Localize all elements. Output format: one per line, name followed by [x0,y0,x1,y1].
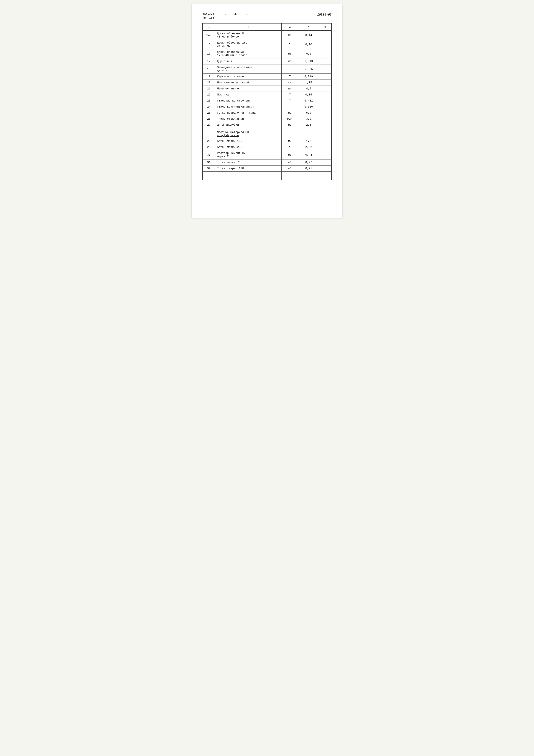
row-val: 2,5 [298,122,319,128]
row-num: 22 [203,92,215,98]
row-val: 4,0 [298,86,319,92]
row-col5 [319,40,332,49]
row-col5 [319,74,332,80]
row-unit: Т [282,65,298,74]
row-val: 0,026 [298,104,319,110]
header-right: 10814-03 [317,13,332,16]
row-col5 [319,49,332,58]
row-desc: Стальные конструкции [215,98,281,104]
row-desc: Сетка проволочная тканая [215,110,281,116]
row-desc: То же, марки 100 [215,166,281,172]
row-extra-section [319,128,332,138]
row-num: 23 [203,98,215,104]
row-col5 [319,104,332,110]
row-val: 5,9 [298,110,319,116]
table-header-row: 1 2 3 4 5 [203,23,332,31]
table-row: 15 Доски обрезные 1Ус25-32 мм " 0,10 [203,40,332,49]
row-desc: Каркасы стальные [215,74,281,80]
table-row: 14. Доски обрезные Ш с40 мм и более м3 0… [203,31,332,40]
row-col5 [319,80,332,86]
row-unit: " [282,144,298,150]
row-num: 15 [203,40,215,49]
row-desc: Бетон марки 100 [215,138,281,144]
row-desc: Мастика [215,92,281,98]
row-col5 [319,92,332,98]
row-col5 [319,138,332,144]
table-row: 32 То же, марки 100 м3 0,21 [203,166,332,172]
table-row: 21 Люки чугунные шт 4,0 [203,86,332,92]
table-row: 16 Доски необрезные1У с 40 мм и более м3… [203,49,332,58]
row-num: 25 [203,110,215,116]
row-unit: м3 [282,31,298,40]
row-val: 0,21 [298,166,319,172]
row-col5 [319,110,332,116]
row-num: 28 [203,138,215,144]
table-row: 31 То же марки 75 м3 0,27 [203,159,332,166]
row-val: 0,319 [298,74,319,80]
page-header: 903-4-11 - 44 - тип 1(З) 10814-03 [202,13,332,19]
col-header-1: 1 [203,23,215,31]
row-val: 1,05 [298,80,319,86]
table-row: 29 Бетон марки 200 " 2,22 [203,144,332,150]
row-val: 2,22 [298,144,319,150]
row-num: 21 [203,86,215,92]
row-desc: Доски необрезные1У с 40 мм и более [215,49,281,58]
header-code-line1: 903-4-11 - 44 - [202,13,248,16]
table-row: 28 Бетон марки 100 м3 1,2 [203,138,332,144]
row-unit: м3 [282,49,298,58]
row-unit: м3 [282,166,298,172]
row-val: 0,431 [298,98,319,104]
row-num: 27 [203,122,215,128]
row-col5 [319,98,332,104]
row-desc: Ткань стеклянная [215,116,281,122]
row-val: 0,10 [298,40,319,49]
row-col5 [319,144,332,150]
row-val: 0,013 [298,58,319,65]
row-val: 0,27 [298,159,319,166]
header-left: 903-4-11 - 44 - тип 1(З) [202,13,248,19]
row-num: 32 [203,166,215,172]
row-val: 0,44 [298,150,319,159]
row-desc: Люки чугунные [215,86,281,92]
row-unit: м2· [282,116,298,122]
row-desc: Лак каменноугольный [215,80,281,86]
page: 903-4-11 - 44 - тип 1(З) 10814-03 1 2 3 … [191,4,343,218]
row-num: 19 [203,74,215,80]
table-row-empty [203,172,332,180]
row-desc: Раствор цементныймарки 25 [215,150,281,159]
row-unit: шт [282,86,298,92]
row-desc: Щиты опалубки [215,122,281,128]
header-code-line2: тип 1(З) [202,16,248,19]
row-unit: м2 [282,110,298,116]
row-num: 30 [203,150,215,159]
row-desc: Д р о в а [215,58,281,65]
row-unit: Т [282,104,298,110]
row-col5 [319,65,332,74]
row-desc: Бетон марки 200 [215,144,281,150]
row-unit: Т [282,74,298,80]
table-row: 30 Раствор цементныймарки 25 м3 0,44 [203,150,332,159]
row-unit-section [282,128,298,138]
section-header-row: Местные материалы иполуфабрикатe [203,128,332,138]
row-unit: Т [282,92,298,98]
row-num: 24 [203,104,215,110]
row-num-section [203,128,215,138]
row-val: 3,9 [298,116,319,122]
main-table: 1 2 3 4 5 14. Доски обрезные Ш с40 мм и … [202,23,332,180]
row-num: 20 [203,80,215,86]
row-unit: " [282,40,298,49]
row-col5 [319,31,332,40]
row-val: 1,2 [298,138,319,144]
row-val: 0,6 [298,49,319,58]
row-desc: Доски обрезные Ш с40 мм и более [215,31,281,40]
row-num: 14. [203,31,215,40]
row-num: 18 [203,65,215,74]
row-col5 [319,116,332,122]
row-col5 [319,122,332,128]
table-row: 18 Закладные и монтажныедетали Т 0,325 [203,65,332,74]
table-row: 27 Щиты опалубки м2 2,5 [203,122,332,128]
table-row: 20 Лак каменноугольный кг 1,05 [203,80,332,86]
col-header-5: 5 [319,23,332,31]
row-unit: Т [282,98,298,104]
table-row: 23 Стальные конструкции Т 0,431 [203,98,332,104]
